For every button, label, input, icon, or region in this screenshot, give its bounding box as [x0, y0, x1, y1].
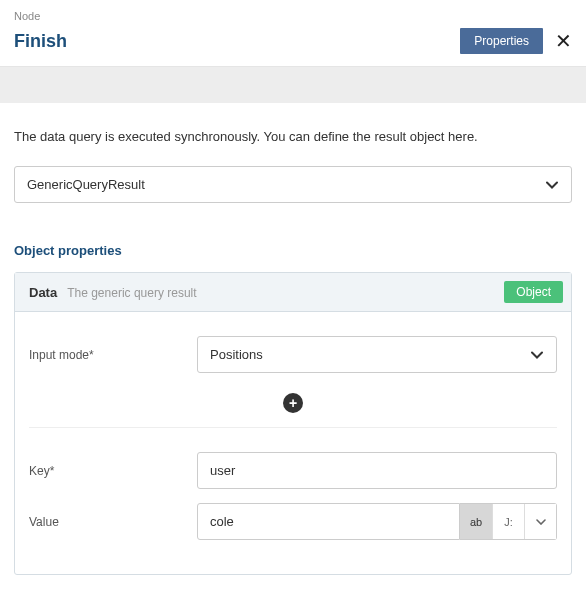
- panel-subtitle: The generic query result: [67, 286, 196, 300]
- mode-text-button[interactable]: ab: [460, 504, 492, 539]
- result-type-value: GenericQueryResult: [14, 166, 572, 203]
- value-label: Value: [29, 515, 197, 529]
- key-label: Key*: [29, 464, 197, 478]
- divider: [29, 427, 557, 428]
- chevron-down-icon: [536, 519, 546, 525]
- breadcrumb: Node: [14, 10, 572, 22]
- type-badge: Object: [504, 281, 563, 303]
- result-type-select[interactable]: GenericQueryResult: [14, 166, 572, 203]
- input-mode-value: Positions: [197, 336, 557, 373]
- mode-dropdown-button[interactable]: [524, 504, 556, 539]
- mode-expression-button[interactable]: J:: [492, 504, 524, 539]
- value-input[interactable]: [197, 503, 460, 540]
- key-input[interactable]: [197, 452, 557, 489]
- add-icon[interactable]: +: [283, 393, 303, 413]
- close-icon[interactable]: ✕: [555, 31, 572, 51]
- panel-title: Data: [29, 285, 57, 300]
- input-mode-label: Input mode*: [29, 348, 197, 362]
- input-mode-select[interactable]: Positions: [197, 336, 557, 373]
- properties-button[interactable]: Properties: [460, 28, 543, 54]
- object-properties-panel: Data The generic query result Object Inp…: [14, 272, 572, 575]
- description-text: The data query is executed synchronously…: [14, 129, 572, 144]
- section-title: Object properties: [14, 243, 572, 258]
- sub-header-bar: [0, 67, 586, 103]
- page-title: Finish: [14, 31, 67, 52]
